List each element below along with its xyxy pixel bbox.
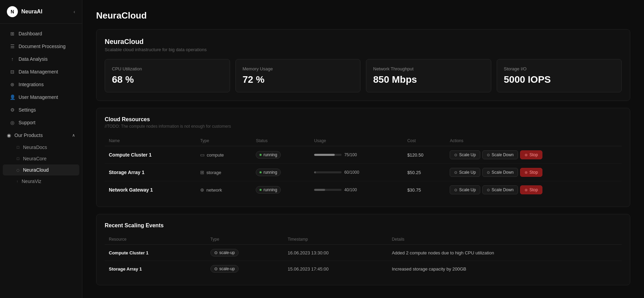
metrics-row: CPU Utilization 68 % Memory Usage 72 % N… <box>105 59 622 92</box>
status-badge-1: running <box>256 169 281 176</box>
status-badge-0: running <box>256 151 281 159</box>
usage-label-2: 40/100 <box>344 187 357 192</box>
usage-bar-fill-2 <box>314 189 325 191</box>
sidebar-item-neura-docs[interactable]: ☐ NeuraDocs <box>3 142 79 153</box>
resources-table: NameTypeStatusUsageCostActions Compute C… <box>105 136 622 198</box>
scale-up-icon-1: ⊙ <box>454 170 457 175</box>
data-analysis-label: Data Analysis <box>19 56 48 62</box>
products-section-header[interactable]: ◉ Our Products ∧ <box>0 129 82 141</box>
usage-bar-bg-1 <box>314 171 342 173</box>
sidebar: N NeuraAI ‹ ⊞ Dashboard ☰ Document Proce… <box>0 0 82 298</box>
scale-up-icon-2: ⊙ <box>454 188 457 192</box>
integrations-label: Integrations <box>19 82 44 87</box>
event-resource-1: Storage Array 1 <box>109 266 142 272</box>
document-processing-icon: ☰ <box>10 44 15 49</box>
type-icon-1: ⊞ <box>200 170 204 175</box>
resource-type-1: ⊞ storage <box>200 170 248 175</box>
products-icon: ◉ <box>7 133 11 138</box>
sidebar-item-integrations[interactable]: ⊛ Integrations <box>3 78 79 91</box>
card-title: NeuraCloud <box>105 38 622 46</box>
event-type-badge-0: ⊙ scale-up <box>210 249 239 256</box>
sidebar-item-document-processing[interactable]: ☰ Document Processing <box>3 40 79 53</box>
status-dot-2 <box>260 189 262 191</box>
type-label-0: compute <box>207 152 224 158</box>
sidebar-item-dashboard[interactable]: ⊞ Dashboard <box>3 27 79 40</box>
scale-down-button-2[interactable]: ⊙ Scale Down <box>482 185 518 194</box>
sidebar-item-data-management[interactable]: ⊟ Data Management <box>3 66 79 78</box>
status-badge-2: running <box>256 186 281 194</box>
products-chevron-icon: ∧ <box>72 133 75 138</box>
metric-value-1: 72 % <box>243 74 354 85</box>
sidebar-item-settings[interactable]: ⚙ Settings <box>3 104 79 116</box>
event-type-icon-1: ⊙ <box>214 266 218 271</box>
neura-cloud-label: NeuraCloud <box>23 167 49 173</box>
actions-cell-2: ⊙ Scale Up ⊙ Scale Down ⊗ Stop <box>450 185 618 194</box>
actions-cell-0: ⊙ Scale Up ⊙ Scale Down ⊗ Stop <box>450 150 618 159</box>
dashboard-icon: ⊞ <box>10 31 15 36</box>
stop-button-0[interactable]: ⊗ Stop <box>520 150 542 159</box>
event-type-label-0: scale-up <box>219 250 235 255</box>
scale-down-icon-0: ⊙ <box>487 153 490 157</box>
settings-label: Settings <box>19 107 36 113</box>
event-col-type: Type <box>206 234 284 245</box>
cloud-resources-note: //TODO: The compute nodes information is… <box>105 124 622 129</box>
event-type-icon-0: ⊙ <box>214 250 218 255</box>
sidebar-item-neura-core[interactable]: ☐ NeuraCore <box>3 153 79 164</box>
stop-button-2[interactable]: ⊗ Stop <box>520 185 542 194</box>
scale-up-button-2[interactable]: ⊙ Scale Up <box>450 185 480 194</box>
neura-viz-icon: ↑ <box>16 180 18 183</box>
events-table: ResourceTypeTimestampDetails Compute Clu… <box>105 234 622 277</box>
metric-card-0: CPU Utilization 68 % <box>105 59 230 92</box>
neura-core-icon: ☐ <box>16 157 20 161</box>
stop-button-1[interactable]: ⊗ Stop <box>520 168 542 177</box>
type-label-1: storage <box>206 170 221 175</box>
col-header-name: Name <box>105 136 196 146</box>
sidebar-item-user-management[interactable]: 👤 User Management <box>3 91 79 103</box>
user-management-label: User Management <box>19 94 58 100</box>
cost-0: $120.50 <box>407 152 423 158</box>
event-type-badge-1: ⊙ scale-up <box>210 265 239 273</box>
support-label: Support <box>19 120 35 125</box>
resource-type-0: ▭ compute <box>200 152 248 158</box>
metric-card-1: Memory Usage 72 % <box>235 59 361 92</box>
status-dot-1 <box>260 171 262 173</box>
settings-icon: ⚙ <box>10 107 15 113</box>
scale-down-button-1[interactable]: ⊙ Scale Down <box>482 168 518 177</box>
col-header-type: Type <box>196 136 252 146</box>
user-management-icon: 👤 <box>10 94 15 100</box>
sidebar-item-data-analysis[interactable]: ↑ Data Analysis <box>3 53 79 65</box>
cost-2: $30.75 <box>407 187 421 193</box>
scale-down-button-0[interactable]: ⊙ Scale Down <box>482 150 518 159</box>
app-name: NeuraAI <box>21 9 42 15</box>
products-label: Our Products <box>14 133 43 138</box>
col-header-actions: Actions <box>446 136 622 146</box>
data-management-icon: ⊟ <box>10 69 15 74</box>
sidebar-item-neura-viz[interactable]: ↑ NeuraViz <box>3 176 79 187</box>
sidebar-item-neura-cloud[interactable]: ◌ NeuraCloud <box>3 164 79 175</box>
usage-bar-fill-1 <box>314 171 316 173</box>
resource-name-0: Compute Cluster 1 <box>109 152 151 158</box>
usage-label-0: 75/100 <box>344 152 357 157</box>
usage-bar-bg-2 <box>314 189 342 191</box>
sidebar-item-support[interactable]: ◎ Support <box>3 116 79 129</box>
type-label-2: network <box>206 187 222 193</box>
resource-type-2: ⊕ network <box>200 187 248 193</box>
metric-value-0: 68 % <box>112 74 223 85</box>
sidebar-collapse-button[interactable]: ‹ <box>73 9 75 14</box>
usage-cell-2: 40/100 <box>314 187 399 192</box>
usage-label-1: 60/1000 <box>344 170 359 175</box>
neura-cloud-icon: ◌ <box>16 168 20 172</box>
scale-up-button-0[interactable]: ⊙ Scale Up <box>450 150 480 159</box>
main-card: NeuraCloud Scalable cloud infrastructure… <box>96 29 630 101</box>
scale-up-button-1[interactable]: ⊙ Scale Up <box>450 168 480 177</box>
document-processing-label: Document Processing <box>19 44 66 49</box>
list-item: Storage Array 1 ⊙ scale-up 15.06.2023 17… <box>105 261 622 277</box>
stop-icon-0: ⊗ <box>525 153 528 157</box>
table-row: Storage Array 1 ⊞ storage running 60/100… <box>105 164 622 181</box>
event-type-label-1: scale-up <box>219 266 235 271</box>
event-col-details: Details <box>388 234 622 245</box>
event-details-0: Added 2 compute nodes due to high CPU ut… <box>392 250 494 255</box>
scale-down-icon-1: ⊙ <box>487 170 490 175</box>
list-item: Compute Cluster 1 ⊙ scale-up 16.06.2023 … <box>105 245 622 261</box>
col-header-usage: Usage <box>310 136 403 146</box>
